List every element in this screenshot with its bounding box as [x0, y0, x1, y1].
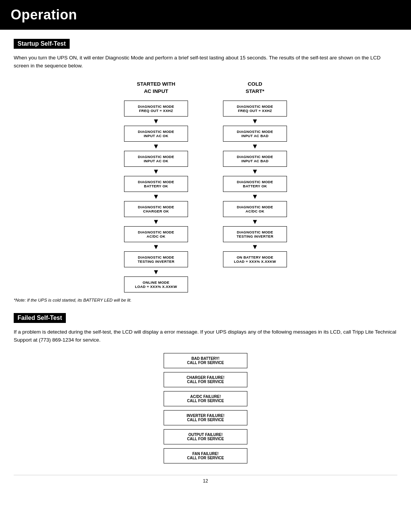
flow-box: Diagnostic Mode Freq Out = XXHz: [223, 101, 287, 117]
page-header: Operation: [0, 0, 411, 30]
flow-box: Diagnostic Mode Charger OK: [124, 201, 188, 217]
flow-box: Diagnostic Mode Testing Inverter: [124, 251, 188, 267]
error-box-charger-failure: Charger Failure! Call For Service: [164, 372, 247, 387]
flow-box: Diagnostic Mode Freq Out = XXHz: [124, 101, 188, 117]
startup-intro: When you turn the UPS ON, it will enter …: [14, 54, 397, 70]
arrow-icon: ▼: [153, 118, 159, 125]
flow-box: Online Mode Load = XXX% X.XXKW: [124, 276, 188, 292]
arrow-icon: ▼: [252, 243, 258, 250]
flow-diagram: Started With AC Input Diagnostic Mode Fr…: [14, 81, 397, 292]
arrow-icon: ▼: [153, 143, 159, 150]
failed-title: Failed Self-Test: [14, 313, 66, 323]
flow-box: Diagnostic Mode Testing Inverter: [223, 226, 287, 242]
arrow-icon: ▼: [252, 193, 258, 200]
flow-box: Diagnostic Mode Input AC OK: [124, 151, 188, 167]
column-ac-input: Started With AC Input Diagnostic Mode Fr…: [118, 81, 194, 292]
failed-intro: If a problem is detected during the self…: [14, 328, 397, 344]
arrow-icon: ▼: [252, 118, 258, 125]
flow-box: Diagnostic Mode Input AC Bad: [223, 126, 287, 142]
startup-section: Startup Self-Test When you turn the UPS …: [14, 39, 397, 302]
failed-section: Failed Self-Test If a problem is detecte…: [14, 313, 397, 464]
page-number: 12: [14, 475, 397, 484]
error-box-inverter-failure: Inverter Failure! Call For Service: [164, 410, 247, 425]
cold-start-note: *Note: If the UPS is cold started, its B…: [14, 298, 397, 302]
arrow-icon: ▼: [153, 218, 159, 225]
flow-box: Diagnostic Mode Input AC OK: [124, 126, 188, 142]
error-boxes-container: Bad Battery! Call For Service Charger Fa…: [14, 353, 397, 463]
flow-box: Diagnostic Mode AC/DC OK: [124, 226, 188, 242]
column-header-ac: Started With AC Input: [137, 81, 175, 95]
arrow-icon: ▼: [153, 268, 159, 275]
column-cold-start: Cold Start* Diagnostic Mode Freq Out = X…: [217, 81, 293, 292]
flow-box: Diagnostic Mode Battery OK: [223, 176, 287, 192]
error-box-acdc-failure: AC/DC Failure! Call For Service: [164, 391, 247, 406]
flow-box: Diagnostic Mode Battery OK: [124, 176, 188, 192]
error-box-bad-battery: Bad Battery! Call For Service: [164, 353, 247, 368]
startup-title: Startup Self-Test: [14, 39, 70, 49]
arrow-icon: ▼: [252, 143, 258, 150]
arrow-icon: ▼: [252, 218, 258, 225]
flow-box: On Battery Mode Load = XXX% X.XXKW: [223, 251, 287, 267]
flow-box: Diagnostic Mode Input AC Bad: [223, 151, 287, 167]
arrow-icon: ▼: [153, 243, 159, 250]
page-title: Operation: [11, 7, 400, 23]
arrow-icon: ▼: [252, 168, 258, 175]
arrow-icon: ▼: [153, 193, 159, 200]
flow-box: Diagnostic Mode AC/DC OK: [223, 201, 287, 217]
column-header-cold: Cold Start*: [245, 81, 264, 95]
error-box-fan-failure: Fan Failure! Call For Service: [164, 448, 247, 463]
arrow-icon: ▼: [153, 168, 159, 175]
error-box-output-failure: Output Failure! Call For Service: [164, 429, 247, 444]
